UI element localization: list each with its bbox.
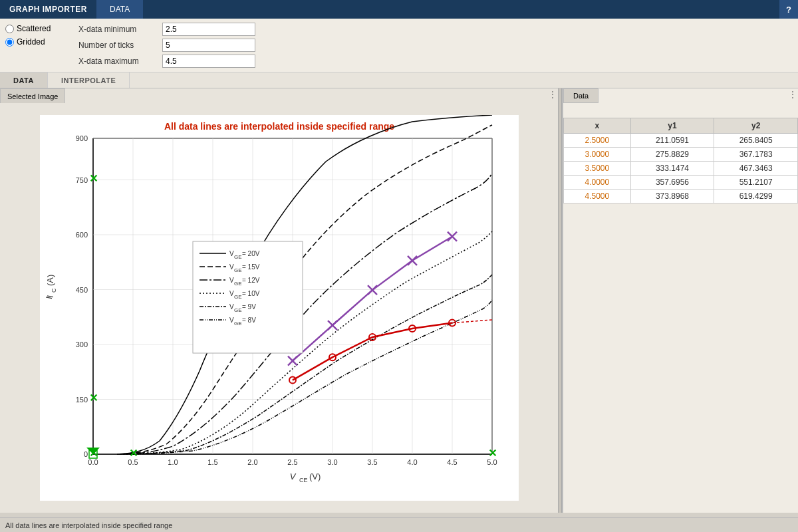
svg-text:✕: ✕ [487, 448, 496, 459]
xdata-max-row: X-data maximum [78, 55, 255, 68]
table-row: 4.0000357.6956551.2107 [564, 176, 798, 190]
svg-text:2.0: 2.0 [247, 458, 257, 466]
svg-text:✕: ✕ [88, 392, 97, 404]
svg-text:600: 600 [75, 231, 87, 239]
svg-text:C: C [51, 288, 57, 293]
left-panel-menu-icon[interactable]: ⋮ [549, 90, 557, 99]
svg-text:= 12V: = 12V [242, 277, 260, 284]
table-cell-x: 4.5000 [564, 190, 631, 203]
svg-text:V: V [229, 303, 234, 311]
table-cell-y2: 265.8405 [714, 134, 798, 148]
xdata-min-input[interactable] [162, 23, 255, 36]
num-ticks-input[interactable] [162, 39, 255, 52]
svg-text:GE: GE [234, 267, 242, 273]
svg-text:0.5: 0.5 [128, 458, 138, 466]
chart-container: All data lines are interpolated inside s… [0, 103, 558, 513]
svg-text:= 10V: = 10V [242, 290, 260, 297]
tab-interpolate[interactable]: INTERPOLATE [48, 72, 130, 88]
svg-text:150: 150 [75, 396, 87, 404]
tab-data[interactable]: DATA [0, 72, 48, 88]
svg-text:✕: ✕ [88, 448, 97, 459]
scattered-radio-item[interactable]: Scattered [5, 24, 72, 33]
num-ticks-row: Number of ticks [78, 39, 255, 52]
svg-text:900: 900 [75, 134, 87, 142]
table-cell-x: 3.0000 [564, 148, 631, 162]
xdata-max-input[interactable] [162, 55, 255, 68]
table-row: 2.5000211.0591265.8405 [564, 134, 798, 148]
table-header-row: x y1 y2 [564, 118, 798, 134]
table-cell-x: 2.5000 [564, 134, 631, 148]
svg-text:= 15V: = 15V [242, 263, 260, 271]
svg-text:4.5: 4.5 [447, 458, 457, 466]
gridded-radio[interactable] [5, 38, 14, 47]
svg-text:V: V [289, 471, 296, 481]
num-ticks-label: Number of ticks [78, 41, 158, 50]
right-panel-menu-icon[interactable]: ⋮ [789, 90, 797, 99]
table-row: 3.0000275.8829367.1783 [564, 148, 798, 162]
svg-text:750: 750 [75, 176, 87, 184]
svg-text:CE: CE [299, 477, 308, 483]
svg-text:GE: GE [234, 294, 242, 300]
svg-text:300: 300 [75, 340, 87, 348]
data-tab-button[interactable]: DATA [96, 0, 143, 19]
svg-text:4.0: 4.0 [407, 458, 417, 466]
svg-text:GE: GE [234, 321, 242, 327]
xdata-min-label: X-data minimum [78, 25, 158, 34]
table-cell-y2: 551.2107 [714, 176, 798, 190]
data-table: x y1 y2 2.5000211.0591265.84053.0000275.… [563, 118, 798, 203]
table-cell-x: 4.0000 [564, 176, 631, 190]
svg-text:✕: ✕ [128, 448, 137, 459]
svg-text:All data lines are interpolate: All data lines are interpolated inside s… [164, 121, 394, 132]
svg-text:V: V [229, 263, 234, 271]
svg-text:5.0: 5.0 [487, 458, 497, 466]
table-cell-y1: 357.6956 [630, 176, 714, 190]
svg-text:GE: GE [234, 254, 242, 260]
table-cell-y1: 373.8968 [630, 190, 714, 203]
svg-text:(A): (A) [45, 275, 55, 286]
top-bar: GRAPH IMPORTER DATA ? [0, 0, 798, 19]
svg-text:2.5: 2.5 [287, 458, 297, 466]
table-cell-y2: 367.1783 [714, 148, 798, 162]
svg-text:1.0: 1.0 [168, 458, 178, 466]
svg-rect-71 [193, 241, 303, 353]
main-content: Selected Image ⋮ All data lines are inte… [0, 88, 798, 513]
table-row: 4.5000373.8968619.4299 [564, 190, 798, 203]
table-row: 3.5000333.1474467.3463 [564, 162, 798, 176]
svg-text:V: V [229, 277, 234, 284]
table-cell-y1: 211.0591 [630, 134, 714, 148]
svg-text:I: I [45, 295, 55, 298]
svg-text:V: V [229, 250, 234, 257]
table-cell-x: 3.5000 [564, 162, 631, 176]
col-y1-header: y1 [630, 118, 714, 134]
svg-text:GE: GE [234, 281, 242, 287]
col-x-header: x [564, 118, 631, 134]
table-cell-y1: 275.8829 [630, 148, 714, 162]
radio-section: Scattered Gridded [5, 23, 72, 47]
xdata-max-label: X-data maximum [78, 57, 158, 66]
gridded-label: Gridded [17, 37, 45, 47]
col-y2-header: y2 [714, 118, 798, 134]
selected-image-tab[interactable]: Selected Image [0, 88, 65, 103]
svg-text:3.0: 3.0 [327, 458, 337, 466]
left-panel: Selected Image ⋮ All data lines are inte… [0, 88, 558, 513]
data-table-body: 2.5000211.0591265.84053.0000275.8829367.… [564, 134, 798, 203]
svg-text:✕: ✕ [88, 173, 97, 184]
svg-text:GE: GE [234, 307, 242, 313]
svg-text:= 9V: = 9V [242, 303, 256, 311]
controls-panel: Scattered Gridded X-data minimum Number … [0, 19, 798, 72]
svg-text:0.0: 0.0 [88, 458, 98, 466]
fields-section: X-data minimum Number of ticks X-data ma… [78, 23, 255, 68]
table-cell-y2: 619.4299 [714, 190, 798, 203]
data-panel-tab[interactable]: Data [563, 88, 598, 103]
table-cell-y1: 333.1474 [630, 162, 714, 176]
svg-text:V: V [229, 317, 234, 324]
chart-svg: All data lines are interpolated inside s… [40, 115, 519, 501]
help-button[interactable]: ? [779, 0, 798, 19]
svg-text:0: 0 [83, 450, 87, 458]
status-message: All data lines are interpolated inside s… [5, 521, 172, 529]
status-bar: All data lines are interpolated inside s… [0, 517, 798, 532]
svg-text:V: V [229, 290, 234, 297]
svg-text:3.5: 3.5 [367, 458, 377, 466]
scattered-radio[interactable] [5, 25, 14, 33]
gridded-radio-item[interactable]: Gridded [5, 37, 72, 47]
